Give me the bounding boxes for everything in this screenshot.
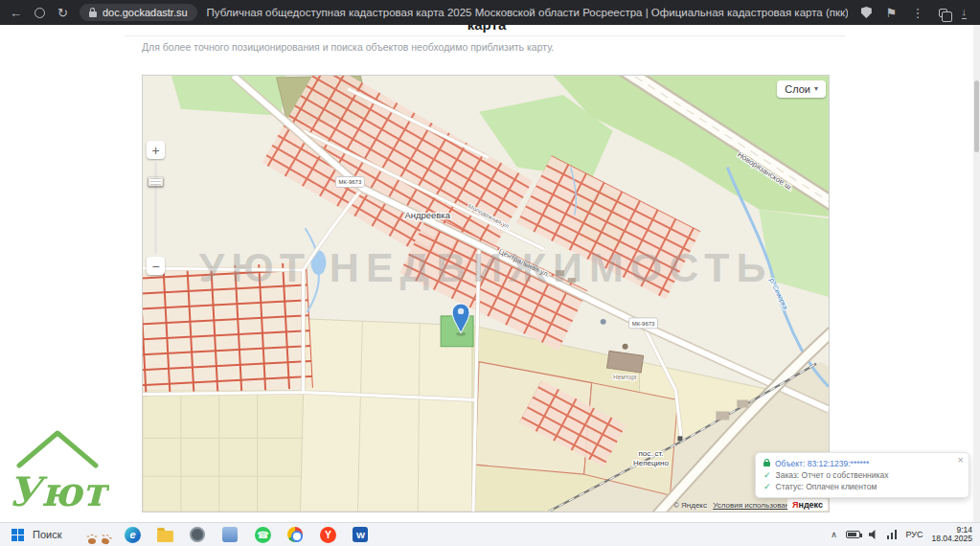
speaker-icon[interactable] bbox=[869, 530, 878, 539]
order-line: Заказ: Отчет о собственниках bbox=[776, 469, 889, 481]
app-circle-icon[interactable] bbox=[188, 525, 207, 544]
instruction-text: Для более точного позиционирования и пои… bbox=[142, 41, 554, 53]
status-line: Статус: Оплачен клиентом bbox=[776, 481, 877, 492]
watermark: УЮТ НЕДВИЖИМОСТЬ bbox=[143, 244, 829, 291]
lock-icon bbox=[89, 11, 97, 17]
poi-dot bbox=[623, 344, 628, 350]
extension-icon[interactable] bbox=[34, 8, 45, 18]
order-info-popup: × Объект: 83:12:1239:****** ✓ Заказ: Отч… bbox=[755, 452, 969, 498]
zoom-in-button[interactable]: + bbox=[147, 141, 165, 159]
zoom-controls: + − bbox=[146, 141, 166, 275]
uyut-logo: Уют bbox=[6, 420, 109, 519]
roof-icon bbox=[19, 433, 96, 466]
map-svg: МК-9673 МК-9673 Андреевка Центральная ул… bbox=[143, 76, 829, 512]
zoom-slider-thumb[interactable] bbox=[148, 176, 164, 187]
tray-expand-icon[interactable]: ∧ bbox=[831, 530, 837, 539]
map-attribution: © Яндекс Условия использования bbox=[673, 501, 798, 510]
cadastral-map[interactable]: МК-9673 МК-9673 Андреевка Центральная ул… bbox=[142, 75, 830, 512]
chrome-icon[interactable] bbox=[285, 525, 305, 544]
protect-shield-icon[interactable] bbox=[861, 7, 872, 18]
edge-icon[interactable]: e bbox=[123, 525, 142, 544]
back-icon[interactable]: ← bbox=[10, 7, 22, 19]
station-label: Непецино bbox=[633, 459, 669, 467]
check-icon: ✓ bbox=[763, 481, 771, 492]
folder-icon[interactable] bbox=[155, 525, 174, 544]
poi-dot bbox=[601, 319, 606, 325]
page-tab-title: Публичная общедоступная кадастровая карт… bbox=[207, 7, 848, 18]
tabs-icon[interactable] bbox=[939, 9, 947, 17]
windows-search-button[interactable]: Поиск bbox=[0, 523, 73, 546]
object-line: Объект: 83:12:1239:****** bbox=[775, 458, 869, 469]
page-scrollbar[interactable] bbox=[973, 25, 980, 522]
windows-logo-icon bbox=[11, 529, 24, 541]
station-label: пос. ст. bbox=[638, 449, 663, 458]
svg-text:МК-9673: МК-9673 bbox=[339, 180, 362, 186]
heading-divider bbox=[125, 35, 845, 36]
network-icon[interactable] bbox=[887, 530, 898, 539]
layers-label: Слои bbox=[785, 83, 810, 95]
zoom-slider[interactable] bbox=[154, 162, 157, 254]
page-content: карта Для более точного позиционирования… bbox=[0, 25, 973, 522]
zoom-out-button[interactable]: − bbox=[147, 257, 165, 275]
copyright-text: © Яндекс bbox=[673, 501, 707, 510]
url-text: doc.gockadastr.su bbox=[103, 7, 188, 18]
layers-button[interactable]: Слои ▾ bbox=[777, 80, 826, 98]
yandex-logo[interactable]: Яндекс bbox=[787, 499, 828, 511]
search-label: Поиск bbox=[33, 529, 61, 540]
browser-bar: ← ↻ doc.gockadastr.su Публичная общедост… bbox=[0, 0, 980, 25]
url-bar[interactable]: doc.gockadastr.su bbox=[80, 4, 197, 21]
brand-text: Уют bbox=[8, 468, 109, 515]
more-menu-icon[interactable]: ⋮ bbox=[912, 7, 924, 19]
svg-text:МК-9673: МК-9673 bbox=[632, 321, 655, 327]
chevron-down-icon: ▾ bbox=[814, 85, 818, 93]
settlement-label: Андреевка bbox=[404, 210, 450, 220]
clock[interactable]: 9:14 18.04.2025 bbox=[931, 526, 972, 544]
bookmark-flag-icon[interactable]: ⚑ bbox=[886, 7, 898, 19]
lock-icon bbox=[763, 462, 770, 466]
word-icon[interactable]: W bbox=[351, 525, 370, 544]
taskbar: Поиск e ☎ Y W ∧ РУС 9:14 18.04.2025 bbox=[0, 522, 980, 546]
language-indicator[interactable]: РУС bbox=[905, 530, 923, 539]
paws-app-icon[interactable] bbox=[88, 525, 109, 544]
check-icon: ✓ bbox=[763, 469, 771, 481]
whatsapp-icon[interactable]: ☎ bbox=[253, 525, 272, 544]
yandex-browser-icon[interactable]: Y bbox=[318, 525, 337, 544]
close-icon[interactable]: × bbox=[958, 454, 964, 466]
app-tile-icon[interactable] bbox=[220, 525, 239, 544]
poi-label: Немторг bbox=[613, 374, 638, 381]
terms-link[interactable]: Условия использования bbox=[713, 501, 798, 510]
reload-icon[interactable]: ↻ bbox=[57, 7, 68, 19]
date-text: 18.04.2025 bbox=[931, 535, 972, 544]
download-icon[interactable]: ↓ bbox=[962, 7, 968, 19]
battery-icon[interactable] bbox=[846, 531, 860, 538]
page-heading: карта bbox=[0, 25, 973, 33]
scrollbar-thumb[interactable] bbox=[974, 80, 979, 152]
